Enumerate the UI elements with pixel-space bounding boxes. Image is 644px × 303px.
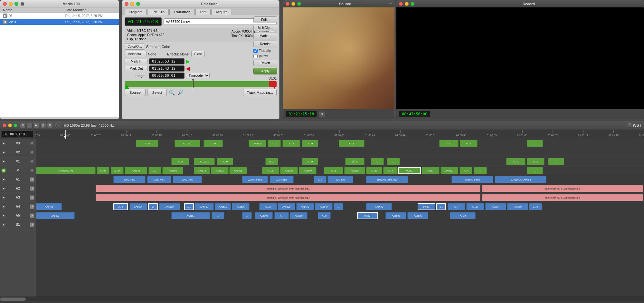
tl-scrollbar-thumb[interactable] xyxy=(0,298,26,301)
clip-v3-7[interactable]: A...9 xyxy=(302,140,318,147)
media-item-01[interactable]: ▶ 01 Thu, Jan 5, 2017, 3:29 PM xyxy=(0,13,119,19)
clip-v3-11[interactable]: ... xyxy=(527,140,543,147)
track-content[interactable]: A...8 A...63... A...6 AA5806 A...0 A...2… xyxy=(36,139,644,297)
clip-v3-6[interactable]: A...2 xyxy=(282,140,300,147)
b1-enable-btn[interactable]: ▶ xyxy=(1,222,6,227)
close-btn[interactable] xyxy=(286,2,289,6)
clip-v3-4[interactable]: AA5806 xyxy=(249,140,266,147)
clip-v-11[interactable]: AA5528 xyxy=(280,167,298,174)
zoom-in-button[interactable]: 🔍 xyxy=(169,90,175,96)
clip-v-7[interactable]: AA5518 xyxy=(194,167,210,174)
clip-v-20[interactable]: A...4 xyxy=(459,167,472,174)
clip-v-3[interactable]: A...04 xyxy=(111,167,124,174)
clip-a4-9[interactable]: AA5525 xyxy=(232,203,250,210)
clip-v-12[interactable]: AA5649 xyxy=(299,167,317,174)
clip-a4-20[interactable]: AA5864 xyxy=(485,203,506,210)
clip-a4-15[interactable]: AA5693 xyxy=(366,203,392,210)
minimize-btn[interactable] xyxy=(291,2,295,6)
clip-a5-4[interactable]: ... xyxy=(242,212,252,219)
apply-button[interactable]: Apply xyxy=(253,68,277,74)
clip-a1-6[interactable]: Z...3 xyxy=(314,176,327,183)
clip-a4-13[interactable]: AA5649 xyxy=(315,203,333,210)
clip-a3-1[interactable]: fighting-for-you-quinn-erwin-musicbed.mp… xyxy=(96,194,480,201)
clip-v-6[interactable]: AA5658 xyxy=(162,167,183,174)
v3-lock-btn[interactable]: ⊟ xyxy=(30,141,34,146)
tl-step-fwd-btn[interactable]: |⟩ xyxy=(40,123,46,128)
close-btn[interactable] xyxy=(125,2,128,6)
maximize-btn[interactable] xyxy=(297,2,301,6)
v1-lock-btn[interactable]: ⊟ xyxy=(30,159,34,164)
clip-a1-8[interactable]: ZD59561...emo.mp3 xyxy=(366,176,408,183)
clip-v1-4[interactable]: A...2 xyxy=(265,158,278,165)
clip-v-17[interactable]: AA5531 xyxy=(398,167,421,174)
clip-a5-9[interactable]: AA5634 xyxy=(357,212,378,219)
clip-v1-6[interactable]: A...8 xyxy=(345,158,365,165)
clip-v3-3[interactable]: A...6 xyxy=(204,140,223,147)
clip-v-2[interactable]: A...98 xyxy=(97,167,109,174)
media-item-wst[interactable]: ■ WST Thu, Jan 5, 2017, 3:30 PM xyxy=(0,19,119,25)
b1-s-btn[interactable]: S xyxy=(30,222,34,227)
clip-v3-8[interactable]: A...8 xyxy=(339,140,365,147)
clip-v-4[interactable]: AA5530 xyxy=(125,167,147,174)
clip-a4-4[interactable]: 2 xyxy=(148,203,158,210)
tl-scrollbar[interactable] xyxy=(0,297,644,301)
clip-v1-10[interactable]: A...8 xyxy=(527,158,545,165)
clip-a5-12[interactable]: A...38 xyxy=(450,212,476,219)
multiclip-button[interactable]: MultiClip... xyxy=(253,24,277,31)
v2-enable-btn[interactable]: ▶ xyxy=(1,150,6,155)
clip-a2-1[interactable]: fighting-for-you-quinn-erwin-musicbed.mp… xyxy=(96,185,480,192)
scrub-bar[interactable] xyxy=(125,81,277,87)
tab-transition[interactable]: Transition xyxy=(169,9,195,15)
clip-a1-7[interactable]: ZD...mp3 xyxy=(327,176,353,183)
clip-a4-1[interactable]: AA5496 xyxy=(36,203,62,210)
clip-a1-9[interactable]: ZD595...o.mp3 xyxy=(451,176,493,183)
clip-v-9[interactable]: AA5525 xyxy=(229,167,247,174)
tl-rewind-btn[interactable]: ⟨⟨ xyxy=(20,123,26,128)
clip-a5-7[interactable]: AA5795 xyxy=(290,212,308,219)
edit-button[interactable]: Edit... xyxy=(253,16,277,23)
v-lock-btn[interactable]: ⊟ xyxy=(30,168,34,173)
minimize-btn[interactable] xyxy=(130,2,134,6)
clip-a4-3[interactable]: AA5504 xyxy=(129,203,147,210)
clip-a4-14[interactable]: ... xyxy=(334,203,343,210)
clip-v-22[interactable]: ... xyxy=(527,167,543,174)
v-enable-btn[interactable]: ▶ xyxy=(1,168,6,173)
mark-in-button[interactable]: Mark In xyxy=(125,59,148,64)
clip-a5-8[interactable]: A...8 xyxy=(318,212,331,219)
source-button[interactable]: Source xyxy=(125,89,146,96)
close-btn[interactable] xyxy=(3,2,7,6)
select-button[interactable]: Select xyxy=(147,89,167,96)
source-tc-stepper[interactable]: ⇅ xyxy=(319,112,325,117)
a2-enable-btn[interactable]: ▶ xyxy=(1,186,6,191)
timecode-type-select[interactable]: Timecode xyxy=(186,73,210,78)
clip-a5-3[interactable]: ... xyxy=(212,212,224,219)
tab-editclip[interactable]: Edit Clip xyxy=(147,9,169,15)
tl-ruler[interactable]: 00:59:5901:00:0301:00:0701:00:1101:00:15… xyxy=(35,130,644,139)
clip-v3-5[interactable]: A...0 xyxy=(268,140,281,147)
tab-acquire[interactable]: Acquire xyxy=(211,9,232,15)
a4-s-btn[interactable]: S xyxy=(30,204,34,209)
clip-v-1[interactable]: AA4493 A...96 xyxy=(36,167,96,174)
clip-a5-5[interactable]: AA5806 xyxy=(255,212,273,219)
tab-trim[interactable]: Trim xyxy=(195,9,211,15)
a1-s-btn[interactable]: S xyxy=(30,177,34,182)
clip-v-21[interactable]: ... xyxy=(474,167,487,174)
a2-s-btn[interactable]: S xyxy=(30,186,34,191)
metadata-button[interactable]: Metadata... xyxy=(125,51,147,57)
clip-v-10[interactable]: A...28 xyxy=(262,167,279,174)
tl-play-btn[interactable]: ▶ xyxy=(33,123,39,128)
clip-a5-6[interactable]: A... xyxy=(274,212,289,219)
v3-enable-btn[interactable]: ▶ xyxy=(1,141,6,146)
clip-v1-3[interactable]: A...6 xyxy=(217,158,233,165)
clip-v-18[interactable]: AA5537 xyxy=(422,167,440,174)
clip-a4-18[interactable]: A...7 xyxy=(448,203,465,210)
clip-a4-11[interactable]: AA5528 xyxy=(278,203,295,210)
clip-a4-22[interactable]: A...3 xyxy=(529,203,542,210)
clip-a1-10[interactable]: ZD595614...Demo.n xyxy=(495,176,546,183)
clip-v1-9[interactable]: A...40 xyxy=(506,158,526,165)
clip-a1-4[interactable]: ZD59...o.mp3 xyxy=(242,176,268,183)
clip-a4-7[interactable]: AA5520 xyxy=(194,203,214,210)
clip-a4-16[interactable]: 2A5537 xyxy=(418,203,435,210)
clip-v1-8[interactable]: ... xyxy=(387,158,400,165)
clip-v-14[interactable]: AA5692 xyxy=(344,167,365,174)
